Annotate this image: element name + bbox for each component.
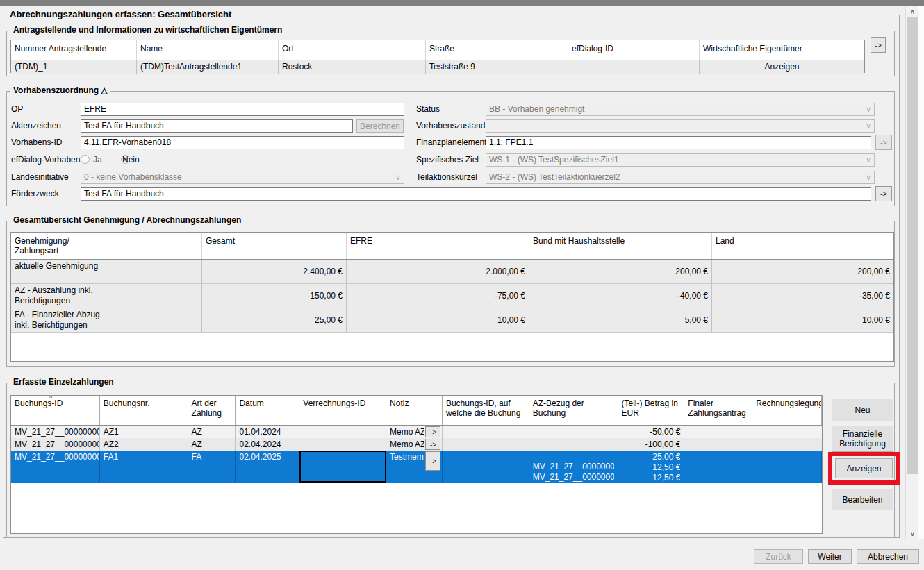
column-header-buchungsnr[interactable]: Buchungsnr. xyxy=(100,396,188,425)
scroll-up-icon[interactable]: ∧ xyxy=(906,6,919,17)
aktenzeichen-field[interactable]: Test FA für Handbuch xyxy=(81,119,353,133)
landesinitiative-value: 0 - keine Vorhabensklasse xyxy=(84,172,182,182)
row-label: FA - Finanzieller Abzug inkl. Berichtigu… xyxy=(11,308,202,332)
op-field[interactable]: EFRE xyxy=(81,103,404,116)
spezifisches-ziel-dropdown[interactable]: WS-1 - (WS) TestSpezifischesZiel1 ∨ xyxy=(486,153,875,167)
cell-memo-button-holder: -> xyxy=(424,438,443,451)
abbrechen-button[interactable]: Abbrechen xyxy=(857,549,919,564)
cell-buchungs-id: MV_21_27__0000000061 xyxy=(11,451,100,483)
column-header-efdialog-id: efDialog-ID xyxy=(568,40,700,60)
finanzplanelement-field[interactable]: 1.1. FPE1.1 xyxy=(486,136,871,149)
vorhaben-groupbox: Vorhabenszuordnung △ OP EFRE Status BB -… xyxy=(6,91,895,206)
applicant-row[interactable]: (TDM)_1 (TDM)TestAntragstellende1 Rostoc… xyxy=(11,60,864,74)
weiter-button[interactable]: Weiter xyxy=(808,549,852,564)
column-header-rechnungslegung[interactable]: Rechnungslegung xyxy=(752,396,822,425)
window-right-edge xyxy=(918,6,924,539)
status-dropdown[interactable]: BB - Vorhaben genehmigt ∨ xyxy=(486,103,875,116)
applicants-groupbox: Antragstellende und Informationen zu wir… xyxy=(6,31,895,76)
finanzielle-berichtigung-button[interactable]: Finanzielle Berichtigung xyxy=(832,426,893,452)
column-header-efre: EFRE xyxy=(347,233,529,259)
row-label: aktuelle Genehmigung xyxy=(11,260,202,283)
foerderzweck-detail-arrow-button[interactable]: -> xyxy=(875,186,892,201)
scrollbar-thumb[interactable] xyxy=(907,17,918,474)
header-line: Zahlungsart xyxy=(15,246,198,255)
berechnen-button[interactable]: Berechnen xyxy=(356,119,404,133)
teilaktionskuerzel-label: Teilaktionskürzel xyxy=(416,172,477,182)
betrag-line: 25,00 € xyxy=(622,452,681,462)
vorhaben-group-title: Vorhabenszuordnung △ xyxy=(10,85,110,95)
cell-notiz: Memo AZ2 xyxy=(386,438,424,451)
value-bund: 200,00 € xyxy=(529,260,712,283)
column-header-finaler-zahlungsantrag[interactable]: Finaler Zahlungsantrag xyxy=(684,396,752,425)
status-label: Status xyxy=(416,104,440,114)
zurueck-button[interactable]: Zurück xyxy=(754,549,803,564)
applicants-detail-arrow-button[interactable]: -> xyxy=(871,37,886,53)
payments-table-header: ^ Buchungs-ID Buchungsnr. Art der Zahlun… xyxy=(11,396,822,426)
payment-row-1[interactable]: MV_21_27__0000000055 AZ1 AZ 01.04.2024 M… xyxy=(11,426,822,438)
column-header-az-bezug[interactable]: AZ-Bezug der Buchung xyxy=(529,396,618,425)
column-header-notiz[interactable]: Notiz xyxy=(386,396,443,425)
bearbeiten-button[interactable]: Bearbeiten xyxy=(832,489,893,510)
vertical-scrollbar[interactable]: ∧ ∨ xyxy=(905,6,918,539)
betrag-line: 12,50 € xyxy=(622,462,681,473)
chevron-down-icon: ∨ xyxy=(395,172,401,183)
column-header-betrag[interactable]: (Teil-) Betrag in EUR xyxy=(618,396,685,425)
az-bezug-line: MV_21_27__0000000056 xyxy=(533,472,614,483)
landesinitiative-dropdown[interactable]: 0 - keine Vorhabensklasse ∨ xyxy=(81,171,404,184)
column-header-zahlungsart: Genehmigung/ Zahlungsart xyxy=(11,233,202,259)
radio-ja[interactable] xyxy=(81,155,90,164)
column-header-strasse: Straße xyxy=(426,40,568,60)
chevron-down-icon: ∨ xyxy=(866,155,871,165)
cell-verrechnungs-id-focused[interactable] xyxy=(299,451,386,483)
sort-ascending-icon: ^ xyxy=(49,396,52,401)
betrag-line: 12,50 € xyxy=(622,473,681,483)
warning-triangle-icon: △ xyxy=(101,85,107,95)
cell-buchungs-id: MV_21_27__0000000056 xyxy=(11,438,100,451)
finanzplanelement-label: Finanzplanelement xyxy=(416,137,486,147)
column-header-auf-welche[interactable]: Buchungs-ID, auf welche die Buchung xyxy=(443,396,529,425)
cell-finaler-zahlungsantrag xyxy=(684,438,752,451)
foerderzweck-field[interactable]: Test FA für Handbuch xyxy=(81,187,871,201)
payments-groupbox: Erfasste Einzelzahlungen ^ Buchungs-ID B… xyxy=(6,383,895,538)
overview-row-genehmigung: aktuelle Genehmigung 2.400,00 € 2.000,00… xyxy=(11,260,893,284)
finanzplanelement-detail-arrow-button[interactable]: -> xyxy=(875,135,892,150)
cell-az-bezug xyxy=(529,426,618,438)
value-gesamt: -150,00 € xyxy=(202,284,347,308)
payment-row-3-selected[interactable]: MV_21_27__0000000061 FA1 FA 02.04.2025 T… xyxy=(11,451,822,483)
chevron-down-icon: ∨ xyxy=(866,104,871,115)
teilaktionskuerzel-dropdown[interactable]: WS-2 - (WS) TestTeilaktionkuerzel2 ∨ xyxy=(486,171,875,184)
column-header-art[interactable]: Art der Zahlung xyxy=(188,396,236,425)
overview-table-header: Genehmigung/ Zahlungsart Gesamt EFRE Bun… xyxy=(11,233,893,260)
vorhaben-title-text: Vorhabenszuordnung xyxy=(13,85,99,95)
radio-nein-label: Nein xyxy=(122,155,140,165)
page-title: Abrechnungszahlungen erfassen: Gesamtübe… xyxy=(7,9,234,19)
memo-open-button[interactable]: -> xyxy=(425,426,440,437)
memo-open-button[interactable]: -> xyxy=(425,451,440,471)
column-header-bund: Bund mit Haushaltsstelle xyxy=(529,233,712,259)
payment-row-2[interactable]: MV_21_27__0000000056 AZ2 AZ 02.04.2024 M… xyxy=(11,438,822,451)
aktenzeichen-label: Aktenzeichen xyxy=(11,121,61,131)
value-land: -35,00 € xyxy=(712,284,893,308)
column-header-datum[interactable]: Datum xyxy=(236,396,299,425)
cell-memo-button-holder: -> xyxy=(424,451,443,483)
value-gesamt: 2.400,00 € xyxy=(202,260,347,283)
anzeigen-button[interactable]: Anzeigen xyxy=(835,458,893,478)
scroll-down-icon[interactable]: ∨ xyxy=(906,528,919,539)
vorhabenszustand-dropdown[interactable]: ∨ xyxy=(486,119,875,133)
neu-button[interactable]: Neu xyxy=(832,399,893,421)
column-header-buchungs-id[interactable]: ^ Buchungs-ID xyxy=(11,396,100,425)
op-label: OP xyxy=(11,104,23,114)
value-land: 200,00 € xyxy=(712,260,893,283)
applicant-efdialog-id xyxy=(568,60,700,74)
column-header-eigentuemer: Wirtschaftliche Eigentümer xyxy=(700,40,864,60)
column-header-verrechnungs-id[interactable]: Verrechnungs-ID xyxy=(299,396,386,425)
cell-buchungsnr: AZ1 xyxy=(100,426,188,438)
memo-open-button[interactable]: -> xyxy=(425,439,440,450)
cell-notiz: Memo AZ1 xyxy=(386,426,424,438)
eigentuemer-anzeigen-cell-button[interactable]: Anzeigen xyxy=(700,60,864,74)
vorhabens-id-field[interactable]: 4.11.EFR-Vorhaben018 xyxy=(81,136,404,149)
label-line: aktuelle Genehmigung xyxy=(15,261,198,271)
value-bund: -40,00 € xyxy=(529,284,712,308)
column-header-ort: Ort xyxy=(279,40,426,60)
foerderzweck-label: Förderzweck xyxy=(11,189,59,199)
